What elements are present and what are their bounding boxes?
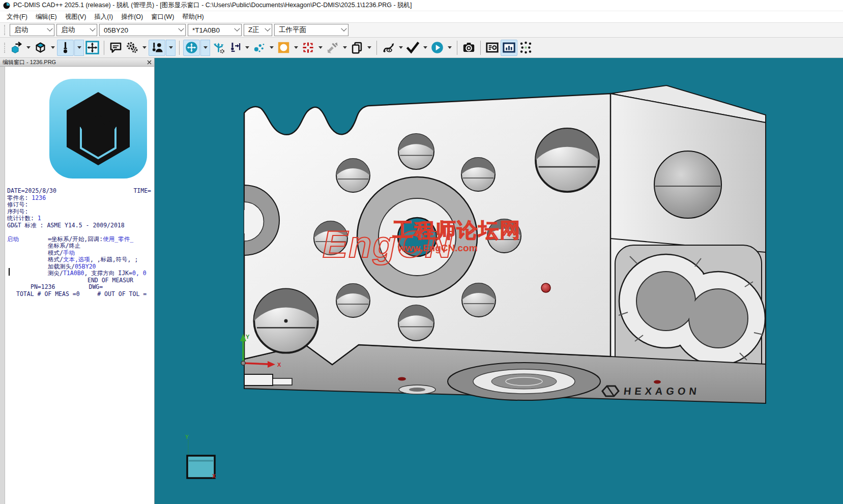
mini-routine-combo[interactable]: 启动	[56, 24, 97, 36]
execute-check-button[interactable]	[405, 40, 421, 56]
settings-gears-button[interactable]	[124, 40, 140, 56]
dropdown-arrow[interactable]	[294, 46, 298, 49]
chevron-down-icon	[90, 26, 95, 32]
dropdown-arrow[interactable]	[367, 46, 371, 49]
target-alignment-icon	[301, 41, 315, 54]
toolbar-separator	[179, 41, 180, 55]
menu-help[interactable]: 帮助(H)	[179, 12, 207, 22]
dropdown-arrow[interactable]	[318, 46, 323, 49]
cad-model-canvas[interactable]: HEXAGON	[155, 58, 843, 504]
probe-manager-button[interactable]	[149, 40, 165, 56]
probe-mode-dropdown[interactable]	[74, 40, 84, 56]
dropdown-arrow[interactable]	[399, 46, 403, 49]
workplane-combo[interactable]: 工作平面	[274, 24, 348, 36]
chevron-down-icon	[234, 26, 240, 32]
comment-button[interactable]	[108, 40, 124, 56]
menu-window[interactable]: 窗口(W)	[148, 12, 178, 22]
scatter-points-button[interactable]	[518, 40, 534, 56]
probe-file-combo[interactable]: 05BY20	[99, 24, 186, 36]
watermark-cn: 工程师论坛网	[392, 219, 521, 241]
pan-view-button[interactable]	[84, 40, 100, 56]
copy-window-button[interactable]	[349, 40, 365, 56]
dropdown-arrow[interactable]	[26, 46, 31, 49]
program-text: =坐标系/开始,回调:	[48, 236, 103, 243]
dropdown-arrow	[77, 46, 81, 49]
probe-tip-combo[interactable]: *T1A0B0	[188, 24, 242, 36]
stats-count-value: 1	[38, 215, 41, 222]
revision-label: 修订号:	[7, 201, 28, 209]
edit-window-titlebar[interactable]: 编辑窗口 - 1236.PRG	[0, 58, 154, 67]
graph-window-button[interactable]	[501, 40, 517, 56]
probe-mode-button[interactable]	[57, 40, 74, 56]
report-window-button[interactable]	[484, 40, 500, 56]
menu-edit[interactable]: 编辑(E)	[32, 12, 61, 22]
close-icon[interactable]	[147, 60, 152, 65]
app-icon	[3, 2, 10, 9]
mini-routine-combo-value: 启动	[61, 25, 75, 35]
translate-view-icon	[185, 41, 198, 54]
workplane-axis-combo-value: Z正	[248, 25, 259, 35]
graphics-viewport[interactable]: HEXAGON	[155, 58, 843, 504]
serial-label: 序列号:	[7, 209, 28, 216]
transform-arrows-disabled-button[interactable]	[325, 40, 340, 56]
dropdown-arrow[interactable]	[142, 46, 147, 49]
graph-window-icon	[502, 41, 516, 54]
program-text: 格式/	[48, 256, 63, 263]
probe-manager-dropdown[interactable]	[166, 40, 176, 56]
toolbar-grip[interactable]	[4, 25, 6, 35]
x-axis-label: X	[277, 362, 281, 368]
menu-view[interactable]: 视图(V)	[62, 12, 90, 22]
probe-tip-combo-value: *T1A0B0	[192, 26, 220, 34]
pn-field: PN=1236	[31, 284, 55, 291]
menu-file[interactable]: 文件(F)	[3, 12, 31, 22]
transform-arrows-disabled-icon	[326, 41, 339, 54]
dropdown-arrow[interactable]	[448, 46, 452, 49]
translate-view-button[interactable]	[183, 40, 200, 56]
program-text: 坐标系/终止	[48, 243, 80, 250]
target-alignment-button[interactable]	[300, 40, 316, 56]
probe-insert-button[interactable]	[227, 40, 243, 56]
snapshot-camera-icon	[462, 41, 476, 54]
pcdmis-logo	[48, 78, 148, 180]
mini-y-axis-label: Y	[185, 434, 189, 440]
translate-view-dropdown[interactable]	[200, 40, 210, 56]
dropdown-arrow[interactable]	[343, 46, 347, 49]
edit-window-body[interactable]: DATE=2025/8/30 TIME= 零件名: 1236 修订号: 序列号:…	[0, 67, 154, 504]
probe-insert-icon	[228, 41, 242, 54]
settings-gears-icon	[125, 41, 139, 54]
dropdown-arrow[interactable]	[270, 46, 274, 49]
workplane-axis-combo[interactable]: Z正	[244, 24, 272, 36]
date-field: DATE=2025/8/30	[7, 188, 56, 195]
program-text: 加载测头/	[48, 263, 75, 271]
measurement-path-eye-button[interactable]	[381, 40, 396, 56]
scatter-points-icon	[519, 41, 533, 54]
view-cube-button[interactable]	[33, 40, 48, 56]
execute-check-icon	[406, 41, 420, 54]
window-title: PC-DMIS CAD++ 2025.1 (release) - 脱机 (管理员…	[13, 1, 412, 10]
auto-feature-dots-icon	[252, 41, 266, 54]
report-window-icon	[485, 41, 499, 54]
editor-text[interactable]: DATE=2025/8/30 TIME= 零件名: 1236 修订号: 序列号:…	[7, 188, 153, 298]
dropdown-arrow[interactable]	[423, 46, 427, 49]
menu-operation[interactable]: 操作(O)	[118, 12, 147, 22]
comment-icon	[109, 41, 123, 54]
watermark-url: www.EngCN.com	[397, 243, 478, 253]
menu-insert[interactable]: 插入(I)	[91, 12, 117, 22]
auto-feature-dots-button[interactable]	[251, 40, 267, 56]
alignment-combo[interactable]: 启动	[10, 24, 54, 36]
auto-feature-circle-button[interactable]	[276, 40, 292, 56]
chevron-down-icon	[341, 26, 346, 32]
red-marker-small	[398, 377, 406, 381]
probe-mode-icon	[59, 41, 72, 54]
export-cube-button[interactable]	[8, 40, 24, 56]
branch-arrows-button[interactable]	[211, 40, 226, 56]
dropdown-arrow[interactable]	[51, 46, 55, 49]
copy-window-icon	[350, 41, 364, 54]
snapshot-camera-button[interactable]	[461, 40, 477, 56]
chevron-down-icon	[47, 26, 52, 32]
play-execute-button[interactable]	[429, 40, 445, 56]
toolbar-grip[interactable]	[4, 43, 6, 53]
svg-text:HEXAGON: HEXAGON	[623, 386, 701, 397]
dropdown-arrow[interactable]	[245, 46, 249, 49]
probe-manager-icon	[150, 41, 164, 54]
